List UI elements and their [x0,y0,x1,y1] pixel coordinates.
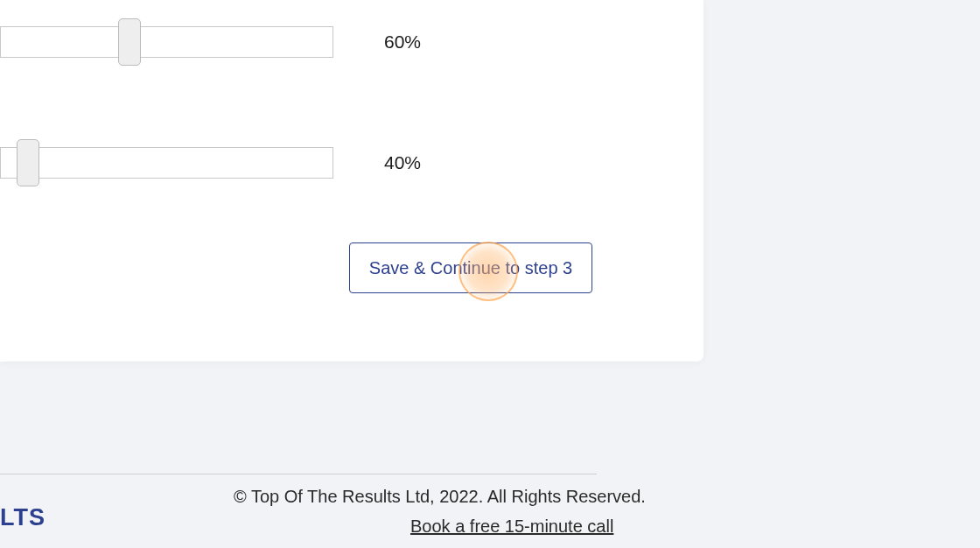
slider-thumb-1[interactable] [118,18,141,66]
slider-thumb-2[interactable] [17,139,39,186]
logo-fragment: LTS [0,504,46,531]
book-call-link[interactable]: Book a free 15-minute call [410,516,613,537]
slider-value-2: 40% [384,152,421,173]
copyright-text: © Top Of The Results Ltd, 2022. All Righ… [234,487,646,507]
form-card: 60% 40% Save & Continue to step 3 [0,0,704,362]
slider-row-1: 60% [0,26,421,58]
footer-divider [0,474,597,474]
slider-track-2[interactable] [0,147,333,179]
save-continue-button[interactable]: Save & Continue to step 3 [349,242,592,293]
slider-track-1[interactable] [0,26,333,58]
save-continue-label: Save & Continue to step 3 [369,258,572,278]
slider-value-1: 60% [384,32,421,53]
slider-row-2: 40% [0,147,421,179]
